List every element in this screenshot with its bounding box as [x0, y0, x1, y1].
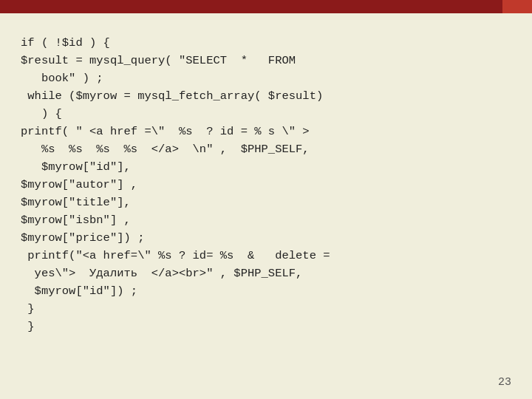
top-bar [0, 0, 532, 13]
slide: if ( !$id ) { $result = mysql_query( "SE… [0, 0, 532, 399]
top-bar-accent [502, 0, 532, 13]
content-area: if ( !$id ) { $result = mysql_query( "SE… [0, 13, 532, 399]
code-block: if ( !$id ) { $result = mysql_query( "SE… [21, 34, 505, 335]
page-number: 23 [498, 376, 511, 389]
